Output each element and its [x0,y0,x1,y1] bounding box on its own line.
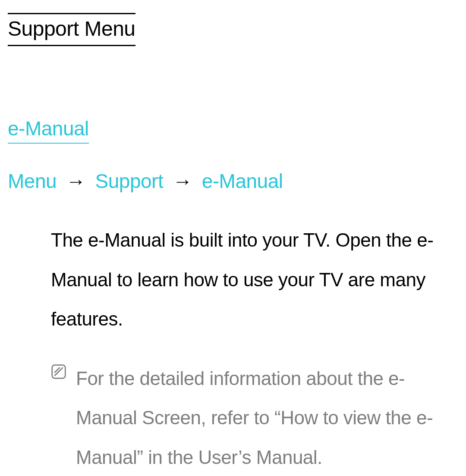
note-icon [51,364,66,379]
arrow-right-icon: → [173,168,192,194]
breadcrumb-segment-support: Support [95,168,164,194]
breadcrumb: Menu → Support → e-Manual [8,168,458,194]
note: For the detailed information about the e… [51,359,453,476]
note-text: For the detailed information about the e… [76,359,453,476]
body-paragraph: The e-Manual is built into your TV. Open… [51,220,453,339]
subheading-e-manual: e-Manual [8,115,89,144]
breadcrumb-segment-emanual: e-Manual [202,168,283,194]
arrow-right-icon: → [66,168,86,194]
section-title: Support Menu [8,13,135,46]
breadcrumb-segment-menu: Menu [8,168,57,194]
